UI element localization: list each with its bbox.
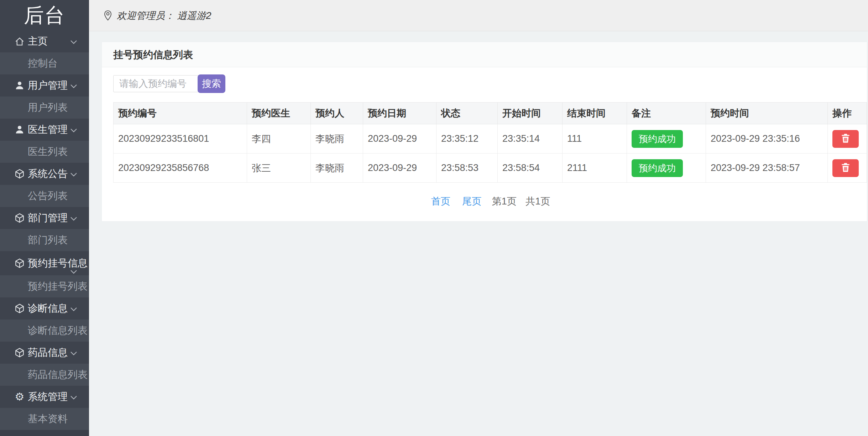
column-header-status: 状态 — [436, 103, 498, 124]
cell-id: 20230929233516801 — [114, 124, 247, 154]
sidebar-item-registration-list[interactable]: 预约挂号列表 — [0, 275, 89, 297]
cell-date: 2023-09-29 — [363, 154, 436, 183]
cell-date: 2023-09-29 — [363, 124, 436, 154]
gear-icon: ⚙ — [14, 391, 25, 402]
cube-icon — [14, 258, 25, 269]
chevron-down-icon — [70, 80, 77, 91]
sidebar-item-console[interactable]: 控制台 — [0, 52, 89, 74]
sidebar-item-system-management[interactable]: ⚙ 系统管理 — [0, 386, 89, 408]
chevron-down-icon — [70, 303, 77, 314]
cube-icon — [14, 213, 25, 223]
search-input[interactable] — [113, 75, 199, 92]
main-area: 欢迎管理员： 逍遥游2 挂号预约信息列表 搜索 — [89, 0, 868, 436]
pagination-last-link[interactable]: 尾页 — [462, 196, 481, 207]
panel-title: 挂号预约信息列表 — [102, 42, 867, 67]
cell-end: 111 — [563, 124, 627, 154]
sidebar-item-label: 系统公告 — [28, 167, 68, 181]
sidebar-item-notice-management[interactable]: 系统公告 — [0, 163, 89, 185]
cube-icon — [14, 168, 25, 179]
cell-doctor: 张三 — [247, 154, 311, 183]
cell-patient: 李晓雨 — [311, 154, 363, 183]
sidebar-item-label: 用户列表 — [28, 101, 68, 114]
content-area: 挂号预约信息列表 搜索 — [89, 31, 868, 436]
sidebar-menu: 主页 控制台 用户管理 用户列表 — [0, 30, 89, 430]
chevron-down-icon — [70, 36, 77, 47]
cell-start: 23:35:14 — [498, 124, 563, 154]
table-row: 20230929235856768 张三 李晓雨 2023-09-29 23:5… — [114, 154, 867, 183]
cell-start: 23:58:54 — [498, 154, 563, 183]
sidebar-item-label: 部门管理 — [28, 211, 68, 225]
trash-icon — [840, 133, 851, 145]
sidebar-item-label: 药品信息 — [28, 346, 68, 359]
cube-icon — [14, 347, 25, 358]
sidebar-item-basic-profile[interactable]: 基本资料 — [0, 408, 89, 430]
sidebar-item-label: 控制台 — [28, 57, 58, 70]
sidebar: 后台 主页 控制台 用户管理 — [0, 0, 89, 436]
registration-table: 预约编号 预约医生 预约人 预约日期 状态 开始时间 结束时间 备注 预约时间 … — [113, 102, 867, 183]
column-header-patient: 预约人 — [311, 103, 363, 124]
home-icon — [14, 36, 25, 47]
column-header-actions: 操作 — [828, 103, 867, 124]
sidebar-item-department-management[interactable]: 部门管理 — [0, 207, 89, 229]
sidebar-item-user-management[interactable]: 用户管理 — [0, 74, 89, 97]
welcome-text: 欢迎管理员： 逍遥游2 — [117, 9, 211, 22]
column-header-time: 预约时间 — [706, 103, 828, 124]
sidebar-item-label: 用户管理 — [28, 79, 68, 92]
pagination-total-pages: 共1页 — [525, 196, 550, 207]
pagination-current-page: 第1页 — [492, 196, 517, 207]
table-row: 20230929233516801 李四 李晓雨 2023-09-29 23:3… — [114, 124, 867, 154]
table-header-row: 预约编号 预约医生 预约人 预约日期 状态 开始时间 结束时间 备注 预约时间 … — [114, 103, 867, 124]
cell-status: 23:58:53 — [436, 154, 498, 183]
sidebar-item-label: 部门列表 — [28, 233, 68, 247]
sidebar-item-department-list[interactable]: 部门列表 — [0, 229, 89, 251]
delete-button[interactable] — [832, 130, 859, 148]
sidebar-item-label: 药品信息列表 — [28, 368, 88, 382]
trash-icon — [840, 162, 851, 174]
column-header-end: 结束时间 — [563, 103, 627, 124]
app-root: 后台 主页 控制台 用户管理 — [0, 0, 868, 436]
delete-button[interactable] — [832, 159, 859, 177]
top-header: 欢迎管理员： 逍遥游2 — [89, 0, 868, 31]
sidebar-item-label: 预约挂号列表 — [28, 280, 88, 293]
sidebar-item-label: 系统管理 — [28, 390, 68, 404]
cell-time: 2023-09-29 23:35:16 — [706, 124, 828, 154]
chevron-down-icon — [70, 212, 77, 224]
sidebar-item-label: 医生管理 — [28, 123, 68, 136]
panel-body: 搜索 预约编号 预约医生 预约 — [102, 67, 867, 221]
chevron-down-icon — [70, 168, 77, 180]
cell-doctor: 李四 — [247, 124, 311, 154]
sidebar-item-user-list[interactable]: 用户列表 — [0, 97, 89, 119]
chevron-down-icon — [70, 391, 77, 403]
pagination-first-link[interactable]: 首页 — [431, 196, 450, 207]
sidebar-item-drug-list[interactable]: 药品信息列表 — [0, 364, 89, 386]
sidebar-item-diagnosis-management[interactable]: 诊断信息 — [0, 297, 89, 320]
registration-panel: 挂号预约信息列表 搜索 — [101, 42, 867, 222]
location-pin-icon — [103, 9, 113, 22]
cell-actions — [828, 154, 867, 183]
sidebar-item-doctor-list[interactable]: 医生列表 — [0, 141, 89, 163]
search-form: 搜索 — [113, 74, 867, 93]
pagination: 首页 尾页 第1页 共1页 — [113, 195, 867, 208]
cell-time: 2023-09-29 23:58:57 — [706, 154, 828, 183]
sidebar-item-registration-info[interactable]: 预约挂号信息 — [0, 251, 89, 275]
sidebar-item-label: 基本资料 — [28, 412, 68, 426]
sidebar-item-label: 诊断信息 — [28, 302, 68, 315]
sidebar-item-label: 医生列表 — [28, 145, 68, 159]
column-header-date: 预约日期 — [363, 103, 436, 124]
status-badge: 预约成功 — [632, 130, 683, 148]
user-icon — [14, 124, 25, 135]
sidebar-item-diagnosis-list[interactable]: 诊断信息列表 — [0, 320, 89, 342]
sidebar-item-drug-management[interactable]: 药品信息 — [0, 342, 89, 364]
sidebar-item-doctor-management[interactable]: 医生管理 — [0, 119, 89, 141]
chevron-down-icon — [70, 347, 77, 358]
sidebar-item-home[interactable]: 主页 — [0, 30, 89, 52]
cell-end: 2111 — [563, 154, 627, 183]
column-header-doctor: 预约医生 — [247, 103, 311, 124]
sidebar-item-label: 主页 — [28, 35, 48, 48]
cell-remark: 预约成功 — [627, 154, 706, 183]
sidebar-item-notice-list[interactable]: 公告列表 — [0, 185, 89, 207]
cell-remark: 预约成功 — [627, 124, 706, 154]
column-header-id: 预约编号 — [114, 103, 247, 124]
column-header-remark: 备注 — [627, 103, 706, 124]
search-button[interactable]: 搜索 — [198, 74, 225, 93]
